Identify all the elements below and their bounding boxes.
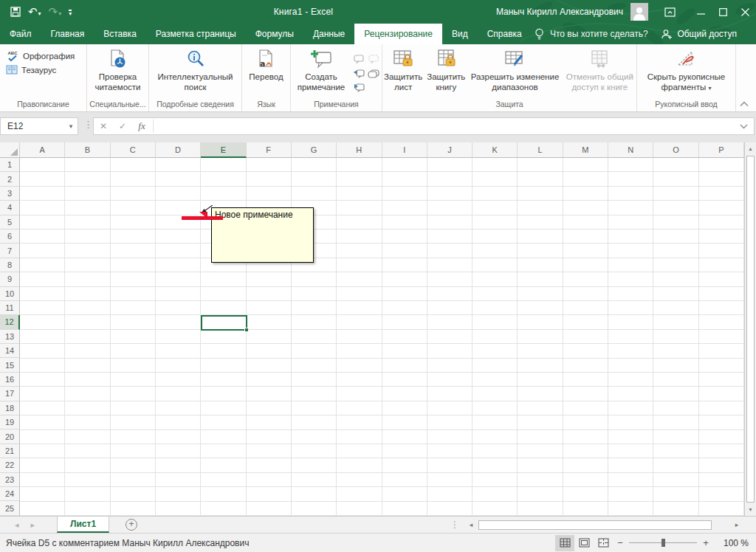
show-all-comments-button[interactable] [366,66,381,80]
ribbon-display-options-button[interactable] [659,0,681,24]
previous-sheet-icon[interactable]: ◂ [15,520,19,530]
column-header-I[interactable]: I [382,142,427,158]
protect-workbook-button[interactable]: Защитить книгу [425,46,467,94]
column-header-E[interactable]: E [201,142,246,158]
comment-box[interactable]: Новое примечание [211,207,314,263]
cancel-icon[interactable]: ✕ [94,121,113,131]
name-box-caret-icon[interactable]: ▾ [63,123,78,130]
column-header-K[interactable]: K [472,142,518,158]
row-header-13[interactable]: 13 [0,330,20,344]
save-icon[interactable] [10,7,21,17]
row-header-8[interactable]: 8 [0,258,20,272]
translate-button[interactable]: a Перевод [244,46,289,85]
minimize-button[interactable] [690,0,712,24]
row-header-25[interactable]: 25 [0,501,20,515]
row-header-24[interactable]: 24 [0,487,20,501]
column-header-C[interactable]: C [111,142,156,158]
horizontal-scrollbar-thumb[interactable] [478,520,712,530]
scroll-up-icon[interactable]: ▴ [745,142,756,155]
fill-handle[interactable] [244,328,249,332]
row-header-14[interactable]: 14 [0,344,20,358]
maximize-button[interactable] [712,0,734,24]
row-header-16[interactable]: 16 [0,373,20,387]
page-break-view-button[interactable] [594,535,613,551]
row-header-22[interactable]: 22 [0,458,20,472]
tab-формулы[interactable]: Формулы [246,24,303,44]
tab-файл[interactable]: Файл [0,24,41,44]
column-header-G[interactable]: G [292,142,337,158]
column-header-J[interactable]: J [427,142,472,158]
row-header-1[interactable]: 1 [0,158,20,172]
scroll-left-icon[interactable]: ◂ [465,519,477,531]
vertical-scrollbar-thumb[interactable] [746,156,755,503]
column-header-B[interactable]: B [65,142,110,158]
delete-comment-button[interactable] [351,52,366,66]
row-header-18[interactable]: 18 [0,401,20,415]
tab-вставка[interactable]: Вставка [94,24,146,44]
zoom-in-button[interactable]: + [698,537,713,548]
row-header-10[interactable]: 10 [0,287,20,301]
spelling-button[interactable]: ABC Орфография [6,51,86,61]
row-header-12[interactable]: 12 [0,315,20,329]
row-header-15[interactable]: 15 [0,358,20,372]
column-header-N[interactable]: N [608,142,653,158]
cell-grid[interactable] [20,158,744,516]
tab-рецензирование[interactable]: Рецензирование [354,24,442,44]
allow-edit-ranges-button[interactable]: Разрешить изменение диапазонов [468,46,561,94]
share-button[interactable]: Общий доступ [661,24,756,44]
tab-вид[interactable]: Вид [442,24,478,44]
column-header-A[interactable]: A [20,142,65,158]
column-header-L[interactable]: L [518,142,563,158]
enter-icon[interactable]: ✓ [113,121,132,131]
row-header-4[interactable]: 4 [0,201,20,215]
user-avatar[interactable] [630,3,648,21]
row-header-19[interactable]: 19 [0,415,20,429]
previous-comment-button[interactable] [351,66,366,80]
new-comment-button[interactable]: Создать примечание [294,46,348,94]
formula-bar-expand-button[interactable] [740,124,754,129]
selected-cell-E12[interactable] [201,315,247,331]
smart-lookup-button[interactable]: Интеллектуальный поиск [151,46,240,94]
thesaurus-button[interactable]: Тезаурус [6,65,86,75]
customize-qat-button[interactable]: ▾ [69,5,72,18]
select-all-corner[interactable] [0,142,20,158]
check-accessibility-button[interactable]: Проверка читаемости [89,46,147,94]
user-name[interactable]: Маныч Кирилл Александрович [496,7,623,17]
protect-sheet-button[interactable]: Защитить лист [382,46,424,94]
row-header-20[interactable]: 20 [0,429,20,444]
column-header-M[interactable]: M [563,142,608,158]
redo-button[interactable]: ↷▾ [49,5,62,18]
column-header-O[interactable]: O [653,142,698,158]
tab-разметка-страницы[interactable]: Разметка страницы [146,24,246,44]
zoom-level[interactable]: 100 % [713,538,749,548]
column-header-D[interactable]: D [156,142,201,158]
column-header-P[interactable]: P [699,142,744,158]
zoom-slider-thumb[interactable] [662,539,665,547]
sheet-tab-list1[interactable]: Лист1 [57,517,109,533]
show-ink-comments-button[interactable] [366,52,381,66]
name-box[interactable]: E12 ▾ [0,117,78,135]
normal-view-button[interactable] [555,535,574,551]
close-button[interactable] [734,0,756,24]
add-sheet-button[interactable]: + [126,519,137,531]
row-header-5[interactable]: 5 [0,215,20,230]
next-comment-button[interactable] [351,80,366,94]
row-header-23[interactable]: 23 [0,473,20,487]
column-header-F[interactable]: F [247,142,292,158]
row-header-6[interactable]: 6 [0,230,20,244]
vertical-scrollbar[interactable]: ▴ ▾ [744,142,756,516]
tab-данные[interactable]: Данные [303,24,354,44]
row-header-21[interactable]: 21 [0,444,20,458]
zoom-slider[interactable] [629,537,697,550]
formula-bar[interactable]: ✕ ✓ fx [93,117,755,135]
formula-bar-resizer[interactable]: ⋮ [83,119,93,130]
horizontal-scrollbar[interactable]: ◂ ▸ [465,519,743,531]
tell-me-box[interactable]: Что вы хотите сделать? [535,24,648,44]
next-sheet-icon[interactable]: ▸ [31,520,35,530]
row-header-7[interactable]: 7 [0,244,20,258]
zoom-out-button[interactable]: − [613,537,628,548]
insert-function-icon[interactable]: fx [132,120,151,132]
scroll-right-icon[interactable]: ▸ [731,519,743,531]
page-layout-view-button[interactable] [574,535,594,551]
hide-ink-button[interactable]: Скрыть рукописные фрагменты ▾ [640,46,733,94]
